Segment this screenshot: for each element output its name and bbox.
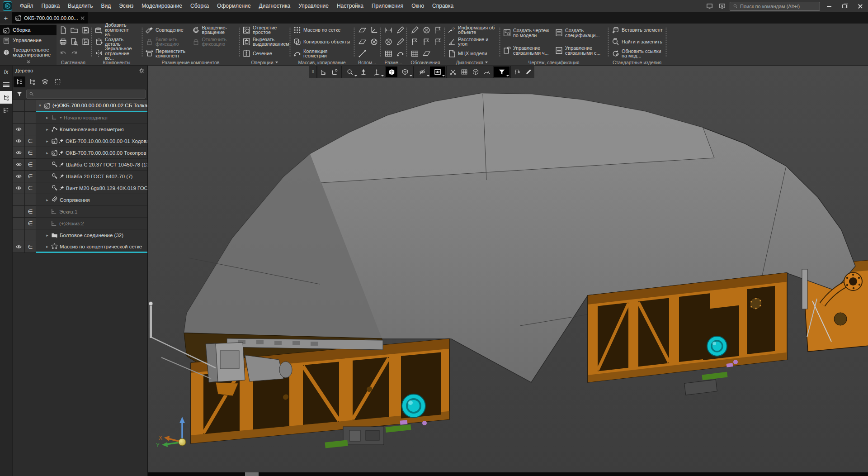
hide-objects-button[interactable] bbox=[415, 67, 430, 77]
menu-modeling[interactable]: Моделирование bbox=[137, 0, 186, 12]
tree-area-select-button[interactable] bbox=[52, 76, 63, 87]
open-folder-icon[interactable] bbox=[70, 26, 79, 34]
plane-3d-icon[interactable] bbox=[358, 26, 367, 34]
tree-node-subassembly-chassis[interactable]: ▸ ОКБ-700.10.00.00.00.00-01 Ходова bbox=[36, 135, 147, 147]
menu-select[interactable]: Выделить bbox=[64, 0, 97, 12]
dropdown-icon[interactable] bbox=[427, 75, 429, 76]
screen-settings-icon[interactable] bbox=[717, 3, 727, 10]
place-sketch-local-button[interactable] bbox=[329, 67, 340, 77]
axis-icon[interactable] bbox=[358, 49, 367, 58]
geometry-collection-button[interactable]: Коллекция геометрии bbox=[292, 48, 352, 59]
tree-node-layout-geometry[interactable]: ▸ Компоновочная геометрия bbox=[36, 124, 147, 135]
tree-node-sketch-1[interactable]: Эскиз:1 bbox=[36, 206, 147, 218]
dropdown-icon[interactable] bbox=[442, 75, 445, 76]
mode-solid-modeling[interactable]: Твердотельное моделирование bbox=[0, 46, 57, 59]
new-document-icon[interactable] bbox=[59, 26, 67, 34]
pencil-r-icon[interactable] bbox=[396, 38, 405, 46]
tree-composition-view-button[interactable] bbox=[26, 76, 38, 87]
variables-panel-button[interactable]: fx bbox=[0, 66, 12, 78]
menu-management[interactable]: Управление bbox=[294, 0, 333, 12]
tree-node-concentric-array[interactable]: ▸ Массив по концентрической сетке bbox=[36, 241, 147, 253]
toolbar-drag-handle[interactable]: ⠿ bbox=[310, 67, 316, 77]
cut-extrude-button[interactable]: Вырезать выдавливанием bbox=[241, 36, 288, 48]
grid-array-button[interactable]: Массив по сетке bbox=[292, 24, 352, 36]
group-dropdown-icon[interactable] bbox=[275, 62, 278, 63]
command-search-input[interactable]: Поиск по командам (Alt+/) bbox=[730, 2, 820, 11]
dropdown-icon[interactable] bbox=[354, 75, 357, 76]
components-display-button[interactable] bbox=[470, 67, 481, 77]
shaded-display-button[interactable] bbox=[386, 67, 397, 77]
orient-view-button[interactable] bbox=[358, 67, 369, 77]
flag-e-icon[interactable] bbox=[410, 38, 419, 46]
add-component-button[interactable]: Добавить компонент из... bbox=[94, 24, 140, 36]
restore-button[interactable] bbox=[838, 1, 851, 12]
show-scene-objects-button[interactable] bbox=[430, 67, 445, 77]
expand-arrow-icon[interactable]: ▸ bbox=[45, 233, 49, 238]
tree-node-washer-20[interactable]: Шайба 20 ГОСТ 6402-70 (7) bbox=[36, 171, 147, 182]
menu-layout[interactable]: Оформление bbox=[213, 0, 255, 12]
visibility-toggle[interactable] bbox=[13, 182, 25, 194]
rotation-rotation-button[interactable]: Вращение-вращение bbox=[191, 24, 237, 36]
cone-symbol-icon[interactable] bbox=[422, 49, 431, 58]
print-icon[interactable] bbox=[59, 38, 67, 46]
tree-node-washer-c[interactable]: Шайба С 20.37 ГОСТ 10450-78 (13 bbox=[36, 159, 147, 171]
wireframe-display-button[interactable] bbox=[397, 67, 413, 77]
refresh-links-button[interactable]: Обновить ссылки на мод... bbox=[610, 48, 664, 59]
dimension-table-icon[interactable] bbox=[384, 49, 393, 58]
protractor-icon[interactable] bbox=[481, 67, 492, 77]
simple-hole-button[interactable]: Отверстие простое bbox=[241, 24, 288, 36]
create-drawing-button[interactable]: Создать чертеж по модели bbox=[502, 24, 554, 42]
menu-sketch[interactable]: Эскиз bbox=[115, 0, 137, 12]
menu-assembly[interactable]: Сборка bbox=[186, 0, 213, 12]
collapse-ribbon-chevron-icon[interactable] bbox=[0, 60, 57, 64]
app-logo-icon[interactable] bbox=[3, 1, 12, 11]
object-info-button[interactable]: Информация об объекте bbox=[447, 24, 497, 36]
radial-dimension-icon[interactable] bbox=[384, 38, 393, 46]
find-replace-button[interactable]: Найти и заменить bbox=[610, 36, 664, 48]
filter-icon[interactable] bbox=[13, 88, 26, 100]
visibility-toggle[interactable] bbox=[13, 147, 25, 159]
distance-angle-button[interactable]: Расстояние и угол bbox=[447, 36, 497, 48]
menu-settings[interactable]: Настройка bbox=[333, 0, 368, 12]
section-button[interactable]: Сечение bbox=[241, 48, 288, 59]
viewport-3d[interactable]: X Y ⠿ bbox=[148, 66, 868, 476]
zoom-area-button[interactable] bbox=[342, 67, 358, 77]
save-as-icon[interactable] bbox=[81, 38, 90, 46]
expand-arrow-icon[interactable]: ▸ bbox=[45, 139, 49, 143]
mode-assembly[interactable]: Сборка bbox=[0, 25, 57, 35]
screen-layout-icon[interactable] bbox=[704, 3, 714, 10]
save-icon[interactable] bbox=[81, 26, 90, 34]
visibility-toggle[interactable] bbox=[13, 241, 25, 253]
insert-element-button[interactable]: Вставить элемент bbox=[610, 24, 664, 36]
group-dropdown-icon[interactable] bbox=[485, 62, 488, 63]
mirror-component-button[interactable]: Зеркальное отражение ко... bbox=[94, 48, 140, 59]
tree-node-bolted-connection[interactable]: ▸ Болтовое соединение (32) bbox=[36, 229, 147, 241]
create-specification-button[interactable]: Создать спецификаци... bbox=[554, 24, 606, 42]
undo-icon[interactable] bbox=[59, 49, 67, 58]
menu-diagnostics[interactable]: Диагностика bbox=[255, 0, 295, 12]
crane-structure-button[interactable] bbox=[511, 67, 523, 77]
flag-a-icon[interactable] bbox=[434, 38, 443, 46]
crystal-icon[interactable] bbox=[396, 49, 405, 58]
menu-file[interactable]: Файл bbox=[16, 0, 38, 12]
grid-display-button[interactable] bbox=[458, 67, 470, 77]
tree-relations-button[interactable] bbox=[39, 76, 51, 87]
visibility-toggle[interactable] bbox=[13, 135, 25, 147]
tree-node-root-assembly[interactable]: ▾ (+)ОКБ-700.00.00.00.00.00-02 СБ Толка bbox=[36, 100, 147, 112]
mode-management[interactable]: Управление bbox=[0, 35, 57, 46]
tree-node-sketch-2[interactable]: (+)Эскиз:2 bbox=[36, 218, 147, 229]
manage-linked-drawings-button[interactable]: Управление связанными ч... bbox=[502, 42, 554, 59]
mass-properties-button[interactable]: МЦХ модели bbox=[447, 48, 497, 59]
menu-window[interactable]: Окно bbox=[407, 0, 428, 12]
visibility-toggle[interactable] bbox=[13, 171, 25, 182]
tree-node-screw[interactable]: Винт М20-6gx80.129.40Х.019 ГОСТ bbox=[36, 182, 147, 194]
gear-icon[interactable] bbox=[139, 68, 145, 74]
orientation-triad-button[interactable] bbox=[369, 67, 384, 77]
leader-icon[interactable] bbox=[434, 26, 443, 34]
dropdown-icon[interactable] bbox=[410, 75, 412, 76]
tree-node-subassembly-conductor[interactable]: ▸ ОКБ-700.70.00.00.00.00 Токопров bbox=[36, 147, 147, 159]
scissors-icon[interactable] bbox=[447, 67, 458, 77]
collapse-arrow-icon[interactable]: ▾ bbox=[38, 103, 42, 108]
roughness-icon[interactable] bbox=[410, 26, 419, 34]
dropdown-icon[interactable] bbox=[381, 75, 384, 76]
